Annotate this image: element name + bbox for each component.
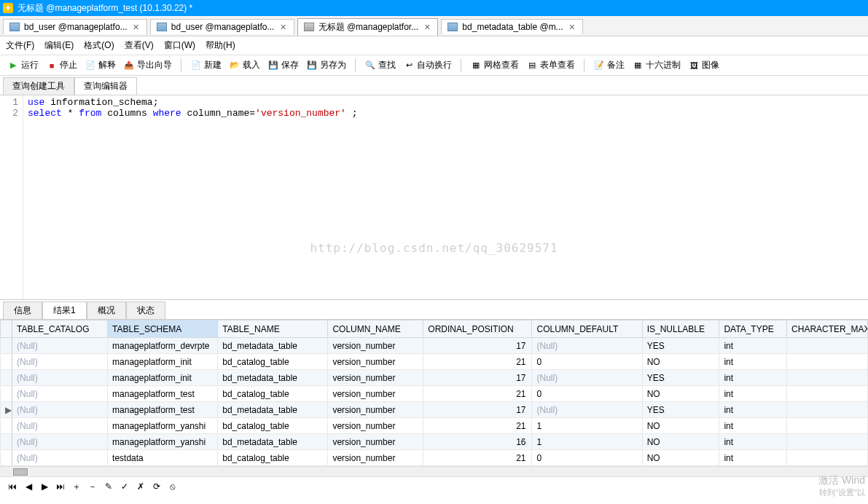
cell[interactable]: int xyxy=(719,354,787,370)
table-row[interactable]: ▶(Null)manageplatform_testbd_metadata_ta… xyxy=(1,402,868,418)
cell[interactable]: version_number xyxy=(328,450,423,466)
cell[interactable]: 21 xyxy=(423,354,532,370)
cell[interactable]: YES xyxy=(642,402,719,418)
cell[interactable]: (Null) xyxy=(12,354,108,370)
column-header[interactable]: ORDINAL_POSITION xyxy=(423,320,532,338)
nav-next[interactable]: ▶ xyxy=(38,480,51,493)
column-header[interactable]: IS_NULLABLE xyxy=(642,320,719,338)
nav-del[interactable]: － xyxy=(86,480,99,493)
cell[interactable]: 0 xyxy=(532,386,642,402)
table-row[interactable]: (Null)manageplatform_initbd_metadata_tab… xyxy=(1,370,868,386)
nav-refresh[interactable]: ⟳ xyxy=(150,480,163,493)
cell[interactable]: (Null) xyxy=(12,338,108,354)
cell[interactable]: version_number xyxy=(328,418,423,434)
menu-format[interactable]: 格式(O) xyxy=(84,39,114,52)
cell[interactable]: version_number xyxy=(328,370,423,386)
close-icon[interactable]: × xyxy=(278,22,287,32)
cell[interactable]: 0 xyxy=(532,354,642,370)
cell[interactable]: (Null) xyxy=(532,370,642,386)
cell[interactable]: 0 xyxy=(532,450,642,466)
tab-overview[interactable]: 概况 xyxy=(87,302,126,319)
result-grid[interactable]: TABLE_CATALOGTABLE_SCHEMATABLE_NAMECOLUM… xyxy=(0,319,868,466)
cell[interactable] xyxy=(787,354,868,370)
tab-query-builder[interactable]: 查询创建工具 xyxy=(3,77,74,95)
cell[interactable]: (Null) xyxy=(12,370,108,386)
save-button[interactable]: 💾保存 xyxy=(265,58,302,73)
close-icon[interactable]: × xyxy=(568,22,576,32)
nav-last[interactable]: ⏭ xyxy=(54,480,67,493)
cell[interactable]: int xyxy=(719,418,787,434)
nav-first[interactable]: ⏮ xyxy=(6,480,19,493)
cell[interactable]: NO xyxy=(642,386,719,402)
table-row[interactable]: (Null)manageplatform_devrptebd_metadata_… xyxy=(1,338,868,354)
cell[interactable]: NO xyxy=(642,450,719,466)
cell[interactable]: 17 xyxy=(423,338,532,354)
export-button[interactable]: 📤导出向导 xyxy=(120,58,175,73)
tab-info[interactable]: 信息 xyxy=(3,302,42,319)
cell[interactable]: manageplatform_test xyxy=(108,402,218,418)
menu-help[interactable]: 帮助(H) xyxy=(206,39,235,52)
cell[interactable]: int xyxy=(719,434,787,450)
cell[interactable]: (Null) xyxy=(532,338,642,354)
new-button[interactable]: 📄新建 xyxy=(187,58,224,73)
cell[interactable]: NO xyxy=(642,434,719,450)
close-icon[interactable]: × xyxy=(132,22,141,32)
tab-query-editor[interactable]: 查询编辑器 xyxy=(74,77,137,95)
cell[interactable]: (Null) xyxy=(12,402,108,418)
cell[interactable]: bd_catalog_table xyxy=(218,418,328,434)
find-button[interactable]: 🔍查找 xyxy=(361,58,399,73)
cell[interactable]: (Null) xyxy=(532,402,642,418)
sql-editor[interactable]: 1 2 use information_schema;select * from… xyxy=(0,95,868,299)
menu-view[interactable]: 查看(V) xyxy=(125,39,154,52)
cell[interactable]: 16 xyxy=(423,434,532,450)
cell[interactable]: manageplatform_devrpte xyxy=(108,338,218,354)
table-row[interactable]: (Null)manageplatform_initbd_catalog_tabl… xyxy=(1,354,868,370)
nav-prev[interactable]: ◀ xyxy=(22,480,35,493)
tab-result1[interactable]: 结果1 xyxy=(42,302,87,319)
close-icon[interactable]: × xyxy=(423,22,431,32)
cell[interactable]: version_number xyxy=(328,402,423,418)
column-header[interactable]: TABLE_NAME xyxy=(218,320,328,338)
cell[interactable]: (Null) xyxy=(12,450,108,466)
cell[interactable] xyxy=(787,418,868,434)
cell[interactable]: bd_catalog_table xyxy=(218,450,328,466)
nav-cancel[interactable]: ✗ xyxy=(134,480,147,493)
hex-button[interactable]: ▦十六进制 xyxy=(629,58,684,73)
doc-tab-1[interactable]: bd_user @manageplatfo...× xyxy=(150,19,294,34)
cell[interactable]: (Null) xyxy=(12,434,108,450)
cell[interactable]: manageplatform_init xyxy=(108,370,218,386)
doc-tab-3[interactable]: bd_metadata_table @m...× xyxy=(441,19,582,34)
saveas-button[interactable]: 💾另存为 xyxy=(303,58,349,73)
gridview-button[interactable]: ▦网格查看 xyxy=(467,58,522,73)
cell[interactable]: YES xyxy=(642,370,719,386)
cell[interactable]: YES xyxy=(642,338,719,354)
cell[interactable]: bd_metadata_table xyxy=(218,434,328,450)
cell[interactable]: 17 xyxy=(423,402,532,418)
column-header[interactable]: TABLE_CATALOG xyxy=(12,320,108,338)
parse-button[interactable]: 📄解释 xyxy=(82,58,119,73)
cell[interactable]: testdata xyxy=(108,450,218,466)
cell[interactable] xyxy=(787,450,868,466)
cell[interactable]: int xyxy=(719,450,787,466)
column-header[interactable]: COLUMN_DEFAULT xyxy=(532,320,642,338)
stop-button[interactable]: ■停止 xyxy=(43,58,80,73)
table-row[interactable]: (Null)manageplatform_testbd_catalog_tabl… xyxy=(1,386,868,402)
cell[interactable]: 1 xyxy=(532,418,642,434)
cell[interactable]: int xyxy=(719,402,787,418)
nav-add[interactable]: ＋ xyxy=(70,480,83,493)
cell[interactable] xyxy=(787,434,868,450)
code-area[interactable]: use information_schema;select * from col… xyxy=(23,95,362,299)
cell[interactable] xyxy=(787,338,868,354)
nav-edit[interactable]: ✎ xyxy=(102,480,115,493)
cell[interactable]: int xyxy=(719,338,787,354)
image-button[interactable]: 🖼图像 xyxy=(685,58,722,73)
formview-button[interactable]: ▤表单查看 xyxy=(523,58,578,73)
cell[interactable] xyxy=(787,370,868,386)
cell[interactable]: int xyxy=(719,386,787,402)
doc-tab-2[interactable]: 无标题 @manageplatfor...× xyxy=(297,18,439,36)
cell[interactable]: 21 xyxy=(423,386,532,402)
run-button[interactable]: ▶运行 xyxy=(4,58,42,73)
cell[interactable] xyxy=(787,386,868,402)
cell[interactable]: 1 xyxy=(532,434,642,450)
wrap-button[interactable]: ↩自动换行 xyxy=(400,58,455,73)
